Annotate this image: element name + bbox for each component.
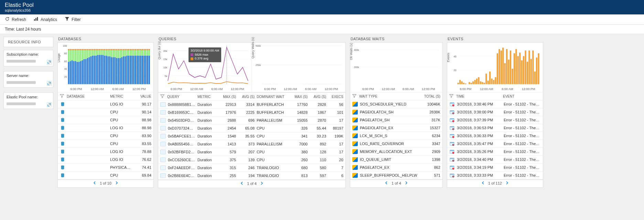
table-row[interactable]: PHYSICA… 74.41 [58, 164, 153, 172]
queries-col-metric[interactable]: METRIC [197, 95, 217, 99]
table-row[interactable]: PAGEIOLATCH_EX 15327 [350, 124, 442, 132]
pager-prev-icon[interactable] [240, 182, 244, 186]
resource-card[interactable]: Elastic Pool name: [3, 92, 53, 109]
svg-rect-388 [502, 48, 504, 84]
table-row[interactable]: CPU 88.98 [58, 116, 153, 124]
svg-rect-33 [78, 49, 79, 50]
table-row[interactable]: LCK_M_SCH_S 6234 [350, 132, 442, 140]
waits-col-total[interactable]: TOTAL (S) [420, 95, 440, 98]
time-range[interactable]: Time: Last 24 hours [0, 25, 644, 34]
table-row[interactable]: 0xD3707324DC1C… Duration 2454 65.08 CPU … [158, 124, 345, 132]
table-row[interactable]: PAGEIOLATCH_SH 2838K [350, 108, 442, 116]
table-row[interactable]: 3/2/2018, 3:36:33 PM Error - 51102 - The… [447, 132, 543, 140]
svg-rect-391 [508, 59, 509, 84]
events-chart[interactable]: Events 2040 [447, 43, 543, 87]
table-row[interactable]: CPU 90.14 [58, 108, 153, 116]
pager-prev-icon[interactable] [93, 181, 96, 185]
queries-col-execs[interactable]: EXECS [328, 95, 343, 99]
table-row[interactable]: SLEEP_BUFFERPOOL_HELPLW 571 [350, 172, 442, 179]
table-row[interactable]: 0xF24AEEDF83EA8E Duration 315 246 TRANLO… [158, 164, 345, 172]
table-row[interactable]: LOG_RATE_GOVERNOR 3347 [350, 140, 442, 148]
table-row[interactable]: MEMORY_ALLOCATION_EXT 2909 [350, 148, 442, 156]
table-row[interactable]: 3/2/2018, 3:37:39 PM Error - 51102 - The… [447, 116, 543, 124]
wait-type-cell: SLEEP_BUFFERPOOL_HELPLW [360, 173, 418, 177]
table-row[interactable]: 3/2/2018, 3:35:47 PM Error - 51102 - The… [447, 140, 543, 148]
table-row[interactable]: 0x5BAFCEE1DD35… Duration 1548 35.55 CPU … [158, 132, 345, 140]
pager-prev-icon[interactable] [385, 181, 388, 185]
pager-next-icon[interactable] [260, 182, 264, 186]
pager-next-icon[interactable] [115, 181, 118, 185]
table-row[interactable]: 0xB169953CA7A9… Duration 17976 2225 BUFF… [158, 109, 345, 117]
databases-col-metric[interactable]: METRIC [110, 95, 134, 98]
table-row[interactable]: 3/2/2018, 3:34:40 PM Error - 51102 - The… [447, 156, 543, 164]
table-row[interactable]: SOS_SCHEDULER_YIELD 10046K [350, 100, 442, 108]
pager-next-icon[interactable] [505, 181, 509, 185]
table-row[interactable]: 0x8888858B1D13… Duration 22913 3314 BUFF… [158, 101, 345, 109]
table-row[interactable]: PAGELATCH_EX 862 [350, 164, 442, 172]
table-row[interactable]: 0x54503DFDC624… Duration 2688 696 PARALL… [158, 117, 345, 124]
waits-col-type[interactable]: WAIT TYPE [359, 95, 418, 98]
table-row[interactable]: LOG IO 90.17 [58, 100, 153, 108]
table-row[interactable]: 3/2/2018, 3:35:26 PM Error - 51102 - The… [447, 148, 543, 156]
table-row[interactable]: IO_QUEUE_LIMIT 1398 [350, 156, 442, 164]
svg-rect-138 [138, 49, 140, 50]
database-metric-cell: CPU [110, 110, 134, 114]
database-icon [60, 102, 65, 107]
queries-col-max2[interactable]: MAX (S) [291, 95, 308, 99]
table-row[interactable]: 3/2/2018, 3:36:53 PM Error - 51102 - The… [447, 124, 543, 132]
table-row[interactable]: LOG IO 88.98 [58, 124, 153, 132]
table-row[interactable]: 3/2/2018, 3:33:33 PM Error - 51102 - The… [447, 172, 543, 179]
popout-icon[interactable] [47, 102, 52, 107]
column-filter-icon[interactable] [160, 94, 165, 99]
table-row[interactable]: CPU 83.55 [58, 140, 153, 148]
table-row[interactable]: PAGELATCH_SH 317K [350, 116, 442, 124]
analytics-button[interactable]: Analytics [34, 16, 57, 22]
svg-text:250k: 250k [256, 64, 261, 67]
table-row[interactable]: 3/2/2018, 3:38:46 PM Error - 51102 - The… [447, 100, 543, 108]
pager-next-icon[interactable] [405, 181, 408, 185]
queries-col-avg2[interactable]: AVG (S) [310, 95, 326, 99]
queries-duration-chart[interactable]: Query dur (s) 5k10k15k20k 3/2/2018 9:00:… [158, 43, 251, 87]
column-filter-icon[interactable] [60, 94, 65, 99]
waits-chart[interactable]: Db Waits (s) 200k400k [350, 43, 442, 87]
query-metric-cell: Duration [197, 126, 217, 130]
query-max2-cell: 17760 [291, 102, 308, 107]
queries-col-avg[interactable]: AVG (S) [238, 95, 255, 99]
page-header: Elastic Pool sqlanalytics356 [0, 0, 644, 14]
table-row[interactable]: 0xAB0554561D25… Duration 1413 373 PARALL… [158, 140, 345, 148]
resource-card[interactable]: Server name: [3, 71, 53, 88]
databases-col-value[interactable]: VALUE [136, 95, 151, 98]
table-row[interactable]: 3/2/2018, 3:38:00 PM Error - 51102 - The… [447, 108, 543, 116]
queries-waits-chart[interactable]: Query Waits (s) 250k500k [252, 43, 345, 87]
svg-rect-35 [80, 50, 81, 61]
filter-button[interactable]: Filter [65, 16, 81, 22]
table-row[interactable]: CPU 69.84 [58, 172, 153, 179]
table-row[interactable]: CPU 83.90 [58, 132, 153, 140]
queries-col-domwait[interactable]: DOMINANT WAIT [257, 95, 289, 99]
events-col-time[interactable]: TIME [456, 95, 501, 98]
resource-card[interactable]: Subscription name: [3, 50, 53, 66]
table-row[interactable]: 3/2/2018, 3:34:19 PM Error - 51102 - The… [447, 164, 543, 172]
queries-col-max[interactable]: MAX (S) [219, 95, 236, 99]
popout-icon[interactable] [47, 60, 52, 65]
databases-chart[interactable]: Usage 20406080100 [58, 43, 153, 87]
table-row[interactable]: LOG IO 76.62 [58, 156, 153, 164]
pager-prev-icon[interactable] [481, 181, 485, 185]
table-row[interactable]: 0x92BFBFD21E15… Duration 579 207 CPU 380… [158, 148, 345, 156]
table-row[interactable]: LOG IO 78.88 [58, 148, 153, 156]
table-row[interactable]: 0xCC6260CE16A2… Duration 375 139 CPU 260… [158, 156, 345, 164]
svg-rect-47 [87, 50, 88, 58]
events-col-event[interactable]: EVENT [503, 95, 541, 98]
databases-col-database[interactable]: DATABASE [67, 95, 108, 98]
column-filter-icon[interactable] [352, 94, 357, 99]
svg-rect-368 [465, 84, 466, 84]
svg-rect-96 [114, 49, 116, 50]
queries-col-query[interactable]: QUERY [167, 95, 195, 99]
table-row[interactable]: 0x2B8E6E4C80F3A8 Duration 255 194 TRANLO… [158, 172, 345, 180]
popout-icon[interactable] [47, 81, 52, 86]
svg-rect-377 [482, 82, 483, 84]
svg-rect-407 [538, 53, 539, 84]
query-id-cell: 0xD3707324DC1C… [168, 126, 195, 130]
refresh-button[interactable]: Refresh [5, 16, 26, 22]
column-filter-icon[interactable] [449, 94, 454, 99]
